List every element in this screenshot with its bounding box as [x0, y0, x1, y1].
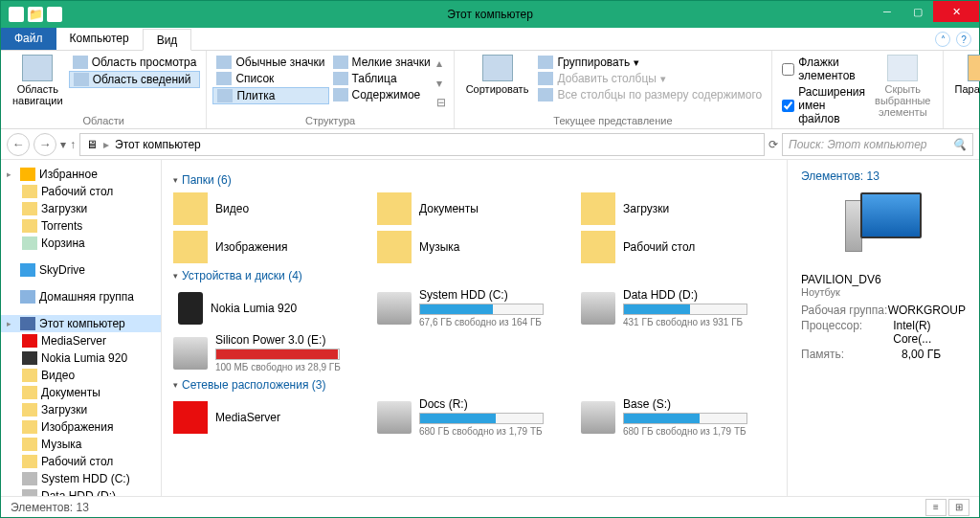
- tree-fav-desktop[interactable]: Рабочий стол: [1, 183, 161, 200]
- details-pane-button[interactable]: Область сведений: [69, 71, 201, 88]
- nav-forward[interactable]: →: [33, 133, 56, 156]
- details-type: Ноутбук: [801, 286, 966, 298]
- ribbon-collapse-icon[interactable]: ˄: [935, 32, 950, 47]
- status-text: Элементов: 13: [11, 501, 89, 514]
- layout-tile[interactable]: Плитка: [212, 87, 328, 104]
- folder-downloads[interactable]: Загрузки: [581, 192, 775, 225]
- tree-this-pc[interactable]: ▸Этот компьютер: [1, 315, 161, 332]
- tree-mediaserver[interactable]: MediaServer: [1, 332, 161, 349]
- window-title: Этот компьютер: [447, 8, 533, 21]
- details-name: PAVILION_DV6: [801, 273, 966, 286]
- tree-music[interactable]: Музыка: [1, 436, 161, 453]
- maximize-button[interactable]: ▢: [902, 1, 933, 22]
- folder-documents[interactable]: Документы: [377, 192, 571, 225]
- tree-favorites[interactable]: ▸Избранное: [1, 166, 161, 183]
- ribbon: Область навигации Область просмотра Обла…: [1, 51, 979, 129]
- layout-content[interactable]: Содержимое: [329, 87, 434, 102]
- content-area[interactable]: ▾Папки (6) Видео Документы Загрузки Изоб…: [162, 160, 788, 496]
- group-button[interactable]: Группировать ▾: [534, 55, 766, 70]
- drive-c[interactable]: System HDD (C:)67,6 ГБ свободно из 164 Г…: [377, 288, 571, 327]
- nav-back[interactable]: ←: [7, 133, 30, 156]
- tab-file[interactable]: Файл: [1, 28, 56, 50]
- layout-scroll-more[interactable]: ⊟: [436, 96, 446, 109]
- tree-docs[interactable]: Документы: [1, 384, 161, 401]
- layout-list[interactable]: Список: [212, 71, 328, 86]
- tree-downloads[interactable]: Загрузки: [1, 401, 161, 418]
- view-icons-button[interactable]: ⊞: [948, 499, 969, 516]
- help-icon[interactable]: ?: [956, 32, 971, 47]
- tree-desktop[interactable]: Рабочий стол: [1, 453, 161, 470]
- details-count: Элементов: 13: [801, 169, 966, 183]
- tree-lumia[interactable]: Nokia Lumia 920: [1, 349, 161, 367]
- tree-fav-torrents[interactable]: Torrents: [1, 217, 161, 235]
- explorer-window: 🗔 📁 ▾ Этот компьютер ─ ▢ ✕ Файл Компьюте…: [0, 0, 980, 518]
- layout-table[interactable]: Таблица: [329, 71, 434, 86]
- breadcrumb-text: Этот компьютер: [115, 138, 201, 151]
- folder-video[interactable]: Видео: [173, 192, 368, 225]
- close-button[interactable]: ✕: [933, 1, 979, 22]
- layout-normal[interactable]: Обычные значки: [212, 55, 328, 70]
- chk-flags[interactable]: Флажки элементов: [778, 55, 869, 83]
- titlebar: 🗔 📁 ▾ Этот компьютер ─ ▢ ✕: [1, 1, 979, 28]
- tree-video[interactable]: Видео: [1, 367, 161, 384]
- tab-view[interactable]: Вид: [143, 29, 192, 51]
- nav-up[interactable]: ↑: [70, 138, 76, 151]
- section-drives[interactable]: ▾Устройства и диски (4): [173, 269, 775, 282]
- computer-icon: [845, 192, 922, 259]
- tree-skydrive[interactable]: SkyDrive: [1, 261, 161, 279]
- hide-selected-button: Скрыть выбранные элементы: [869, 53, 936, 158]
- minimize-button[interactable]: ─: [872, 1, 902, 22]
- all-cols-button: Все столбцы по размеру содержимого: [534, 87, 766, 102]
- statusbar: Элементов: 13 ≡ ⊞: [1, 496, 979, 517]
- tree-homegroup[interactable]: Домашняя группа: [1, 288, 161, 305]
- add-cols-button: Добавить столбцы ▾: [534, 71, 766, 86]
- options-button[interactable]: Параметры: [949, 53, 981, 113]
- section-network[interactable]: ▾Сетевые расположения (3): [173, 378, 775, 392]
- tree-drive-d[interactable]: Data HDD (D:): [1, 487, 161, 496]
- folder-images[interactable]: Изображения: [173, 231, 368, 263]
- folder-desktop[interactable]: Рабочий стол: [581, 231, 775, 263]
- navbar: ← → ▾ ↑ 🖥 ▸ Этот компьютер ⟳ Поиск: Этот…: [1, 129, 979, 160]
- pc-icon: 🖥: [86, 138, 98, 151]
- sort-button[interactable]: Сортировать: [460, 53, 535, 113]
- nav-tree[interactable]: ▸Избранное Рабочий стол Загрузки Torrent…: [1, 160, 162, 496]
- tree-fav-recycle[interactable]: Корзина: [1, 235, 161, 252]
- view-details-button[interactable]: ≡: [925, 499, 947, 516]
- layout-scroll-down[interactable]: ▾: [436, 77, 446, 90]
- folder-music[interactable]: Музыка: [377, 231, 571, 263]
- search-icon: 🔍: [952, 138, 967, 151]
- qat-dropdown-icon[interactable]: ▾: [47, 7, 62, 22]
- ribbon-tabs: Файл Компьютер Вид ˄ ?: [1, 28, 979, 51]
- tree-images[interactable]: Изображения: [1, 418, 161, 436]
- section-folders[interactable]: ▾Папки (6): [173, 173, 775, 187]
- net-drive-r[interactable]: Docs (R:)680 ГБ свободно из 1,79 ТБ: [377, 397, 571, 437]
- nav-pane-button[interactable]: Область навигации: [7, 53, 69, 113]
- device-lumia[interactable]: Nokia Lumia 920: [173, 288, 368, 327]
- layout-scroll-up[interactable]: ▴: [436, 56, 446, 70]
- qat-newfolder-icon[interactable]: 📁: [28, 7, 43, 22]
- preview-pane-button[interactable]: Область просмотра: [69, 55, 201, 70]
- layout-small[interactable]: Мелкие значки: [329, 55, 434, 70]
- qat-properties-icon[interactable]: 🗔: [9, 7, 24, 22]
- breadcrumb[interactable]: 🖥 ▸ Этот компьютер: [79, 133, 765, 156]
- nav-history-dropdown[interactable]: ▾: [60, 138, 66, 151]
- drive-e[interactable]: Silicon Power 3.0 (E:)100 МБ свободно из…: [173, 333, 368, 372]
- refresh-button[interactable]: ⟳: [768, 138, 778, 151]
- net-mediaserver[interactable]: MediaServer: [173, 397, 368, 437]
- drive-d[interactable]: Data HDD (D:)431 ГБ свободно из 931 ГБ: [581, 288, 775, 327]
- tree-fav-downloads[interactable]: Загрузки: [1, 200, 161, 217]
- details-pane: Элементов: 13 PAVILION_DV6 Ноутбук Рабоч…: [788, 160, 979, 496]
- chk-ext[interactable]: Расширения имен файлов: [778, 84, 869, 126]
- tab-computer[interactable]: Компьютер: [56, 28, 143, 50]
- net-drive-s[interactable]: Base (S:)680 ГБ свободно из 1,79 ТБ: [581, 397, 775, 437]
- tree-drive-c[interactable]: System HDD (C:): [1, 470, 161, 487]
